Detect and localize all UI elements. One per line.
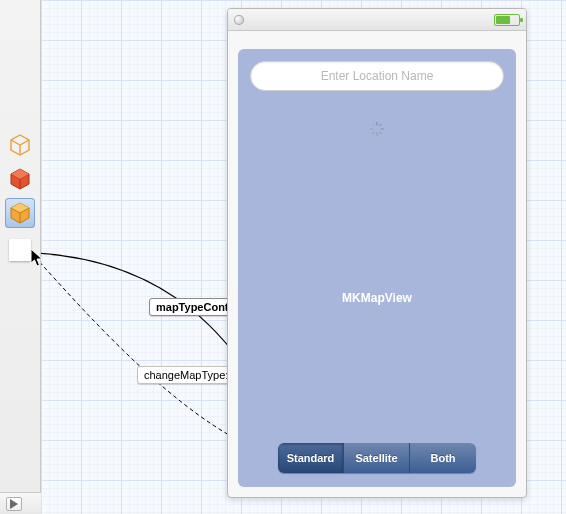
dock-footer: [0, 492, 41, 514]
segment-both[interactable]: Both: [410, 443, 476, 473]
device-titlebar: [228, 9, 526, 31]
svg-line-1: [380, 124, 382, 126]
map-type-segmented-control[interactable]: Standard Satellite Both: [278, 443, 476, 473]
play-button[interactable]: [6, 497, 22, 511]
segment-satellite[interactable]: Satellite: [344, 443, 410, 473]
cube-outline-icon: [8, 133, 32, 157]
action-label: changeMapType:: [137, 366, 235, 384]
location-search-field[interactable]: Enter Location Name: [250, 61, 504, 91]
dock-object-orange[interactable]: [5, 198, 35, 228]
svg-line-7: [373, 124, 375, 126]
svg-line-5: [373, 132, 375, 134]
cube-orange-icon: [8, 201, 32, 225]
dock-object-outline[interactable]: [5, 130, 35, 160]
segment-standard[interactable]: Standard: [278, 443, 344, 473]
cube-red-icon: [8, 167, 32, 191]
close-dot-icon[interactable]: [234, 15, 244, 25]
battery-icon: [494, 14, 520, 26]
placeholder-icon: [9, 239, 31, 261]
play-icon: [10, 499, 18, 509]
svg-line-3: [380, 132, 382, 134]
ib-canvas[interactable]: mapTypeControl changeMapType: Enter Loca…: [41, 0, 566, 514]
dock-object-red[interactable]: [5, 164, 35, 194]
search-placeholder: Enter Location Name: [321, 69, 434, 83]
activity-spinner-icon: [369, 121, 385, 137]
mapview-label: MKMapView: [238, 291, 516, 305]
mouse-cursor-icon: [30, 248, 44, 268]
simulated-device-window[interactable]: Enter Location Name MKMapView: [227, 8, 527, 498]
device-view: Enter Location Name MKMapView: [238, 49, 516, 487]
